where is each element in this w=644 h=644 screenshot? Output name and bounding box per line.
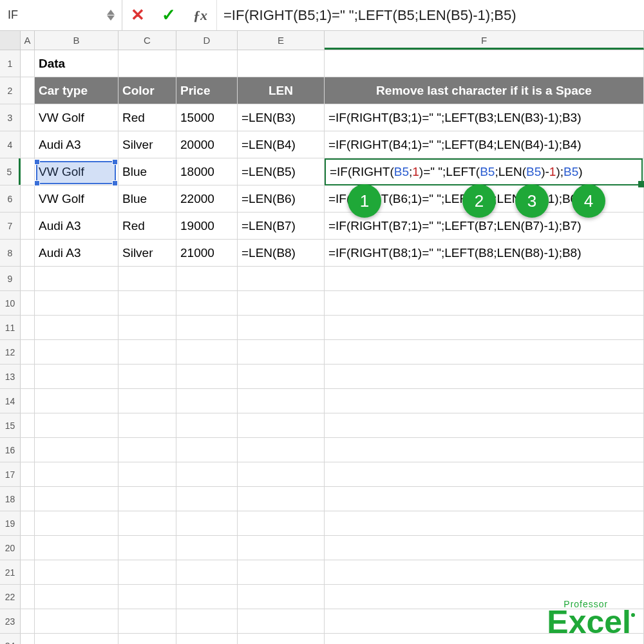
cell[interactable]	[238, 389, 325, 413]
cell[interactable]	[118, 365, 176, 388]
cell[interactable]	[35, 585, 118, 609]
cell[interactable]	[118, 536, 176, 560]
cell[interactable]: Audi A3	[35, 131, 118, 158]
cell[interactable]	[21, 50, 35, 77]
cell[interactable]	[21, 291, 35, 315]
cell[interactable]	[118, 438, 176, 462]
col-header-C[interactable]: C	[118, 31, 176, 50]
cell[interactable]	[238, 462, 325, 486]
cell[interactable]	[238, 609, 325, 633]
cell[interactable]	[35, 634, 118, 644]
col-header-B[interactable]: B	[35, 31, 118, 50]
cell[interactable]	[118, 609, 176, 633]
cell[interactable]: =LEN(B5)	[238, 158, 325, 185]
row-header[interactable]: 22	[0, 585, 21, 609]
cell[interactable]	[176, 511, 238, 535]
cell[interactable]	[21, 77, 35, 104]
cell[interactable]	[238, 365, 325, 388]
cell[interactable]	[21, 389, 35, 413]
cell[interactable]: LEN	[238, 77, 325, 104]
formula-input[interactable]: =IF(RIGHT(B5;1)=" ";LEFT(B5;LEN(B5)-1);B…	[216, 0, 644, 30]
cell[interactable]: =LEN(B4)	[238, 131, 325, 158]
row-header[interactable]: 2	[0, 77, 21, 104]
cell[interactable]	[325, 462, 644, 486]
cell[interactable]	[176, 634, 238, 644]
select-all-corner[interactable]	[0, 31, 21, 50]
cell[interactable]	[21, 462, 35, 486]
col-header-A[interactable]: A	[21, 31, 35, 50]
cell[interactable]	[325, 560, 644, 584]
cell[interactable]	[238, 50, 325, 77]
cell[interactable]	[35, 316, 118, 339]
cell[interactable]	[35, 536, 118, 560]
name-box-stepper[interactable]	[105, 10, 117, 21]
cell[interactable]	[176, 291, 238, 315]
cell[interactable]: Red	[118, 104, 176, 131]
cell[interactable]	[21, 240, 35, 266]
cell[interactable]	[118, 50, 176, 77]
cell[interactable]	[21, 365, 35, 388]
cell[interactable]	[21, 340, 35, 364]
cell[interactable]: 21000	[176, 240, 238, 266]
cell[interactable]: Audi A3	[35, 240, 118, 266]
cell[interactable]	[325, 291, 644, 315]
cell[interactable]	[238, 438, 325, 462]
cell[interactable]	[325, 438, 644, 462]
cell[interactable]	[325, 487, 644, 511]
cell[interactable]	[21, 536, 35, 560]
cell[interactable]	[21, 634, 35, 644]
cell[interactable]	[325, 340, 644, 364]
cell[interactable]: =LEN(B8)	[238, 240, 325, 266]
cell[interactable]: 19000	[176, 213, 238, 239]
cell[interactable]	[325, 316, 644, 339]
cell[interactable]	[176, 413, 238, 437]
cell[interactable]	[325, 365, 644, 388]
cell[interactable]	[325, 267, 644, 290]
cell[interactable]	[118, 291, 176, 315]
confirm-button[interactable]: ✓	[153, 0, 184, 30]
cell[interactable]	[21, 316, 35, 339]
col-header-F[interactable]: F	[325, 31, 644, 50]
cell[interactable]	[325, 511, 644, 535]
cell[interactable]	[35, 413, 118, 437]
row-header[interactable]: 21	[0, 560, 21, 584]
cell[interactable]	[325, 413, 644, 437]
cell[interactable]	[21, 213, 35, 239]
cell[interactable]	[176, 609, 238, 633]
row-header[interactable]: 16	[0, 438, 21, 462]
row-header[interactable]: 18	[0, 487, 21, 511]
fill-handle[interactable]	[638, 181, 644, 187]
cell[interactable]	[21, 267, 35, 290]
cell[interactable]	[118, 389, 176, 413]
cell[interactable]	[118, 316, 176, 339]
row-header[interactable]: 5	[0, 158, 21, 185]
cell[interactable]: Blue	[118, 185, 176, 212]
cell[interactable]	[238, 511, 325, 535]
row-header[interactable]: 3	[0, 104, 21, 131]
cell[interactable]	[176, 316, 238, 339]
cell[interactable]	[176, 536, 238, 560]
cell[interactable]	[118, 511, 176, 535]
row-header[interactable]: 15	[0, 413, 21, 437]
cell[interactable]	[176, 267, 238, 290]
cell[interactable]: Remove last character if it is a Space	[325, 77, 644, 104]
cell[interactable]	[238, 291, 325, 315]
cell[interactable]	[238, 634, 325, 644]
cell[interactable]: Color	[118, 77, 176, 104]
cell[interactable]	[35, 291, 118, 315]
cell[interactable]: =IF(RIGHT(B4;1)=" ";LEFT(B4;LEN(B4)-1);B…	[325, 131, 644, 158]
cell[interactable]	[35, 462, 118, 486]
cell[interactable]	[35, 560, 118, 584]
cell[interactable]	[176, 560, 238, 584]
cell[interactable]	[238, 560, 325, 584]
cell[interactable]	[238, 536, 325, 560]
cell[interactable]	[238, 316, 325, 339]
cell[interactable]: =LEN(B7)	[238, 213, 325, 239]
cell[interactable]: Price	[176, 77, 238, 104]
cell[interactable]	[176, 389, 238, 413]
cell[interactable]	[176, 365, 238, 388]
cell[interactable]	[21, 413, 35, 437]
cell[interactable]	[325, 50, 644, 77]
cell[interactable]	[21, 104, 35, 131]
cell[interactable]: Data	[35, 50, 118, 77]
